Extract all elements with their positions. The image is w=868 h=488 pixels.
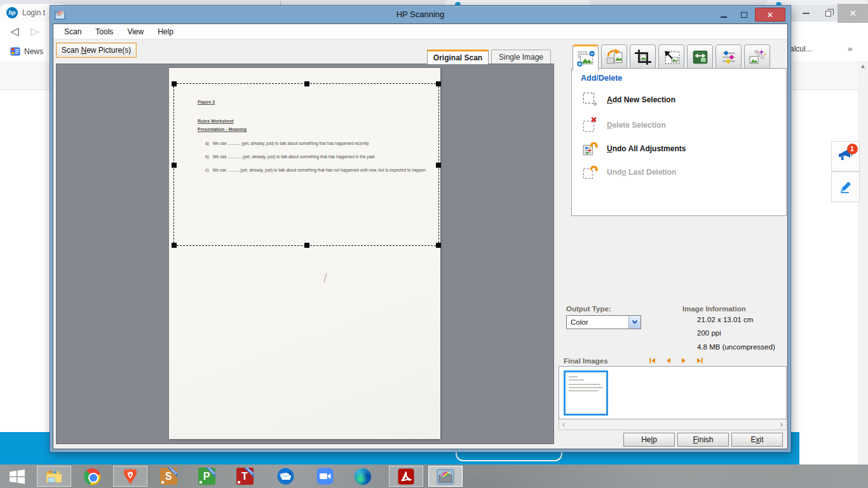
- crop-icon: [634, 49, 652, 65]
- selection-handle-sw[interactable]: [172, 243, 177, 248]
- option-label: Delete Selection: [607, 121, 666, 130]
- start-button[interactable]: [8, 467, 27, 485]
- chevron-down-icon: [632, 320, 638, 325]
- thumbnail-scrollbar[interactable]: ‹ ›: [559, 419, 787, 430]
- restore-icon: [825, 11, 831, 17]
- add-new-selection-button[interactable]: Add New Selection: [582, 92, 675, 107]
- maximize-icon: [741, 12, 747, 18]
- close-button[interactable]: ✕: [755, 8, 785, 22]
- thumb-content-line: [569, 376, 578, 377]
- menu-help[interactable]: Help: [151, 25, 180, 38]
- undo-last-deletion-button[interactable]: Undo Last Deletion: [582, 164, 676, 180]
- tile-dot: [161, 481, 164, 484]
- selection-handle-e[interactable]: [436, 163, 441, 168]
- selection-handle-w[interactable]: [172, 163, 177, 168]
- tab-title: Login t: [22, 8, 45, 17]
- first-image-icon[interactable]: [648, 356, 656, 365]
- compose-extension-button[interactable]: [831, 172, 860, 202]
- browser-scrollbar[interactable]: ▲: [858, 61, 868, 464]
- menu-scan[interactable]: Scan: [57, 25, 88, 38]
- button-label: Exit: [750, 435, 763, 444]
- selection-handle-nw[interactable]: [172, 81, 177, 86]
- tile-dot: [238, 481, 240, 484]
- titlebar[interactable]: HP Scanning ✕: [50, 6, 790, 24]
- final-images-label: Final Images: [564, 357, 608, 365]
- tool-tab-adjustments[interactable]: [715, 44, 742, 69]
- taskbar: S FREE P FREE T FREE: [0, 464, 868, 488]
- desktop: hp Login t ◁ ▷ ≡ News: [0, 0, 868, 488]
- wps-writer-taskbar-button[interactable]: T FREE: [235, 467, 254, 485]
- menu-view[interactable]: View: [120, 25, 151, 38]
- writer-tile-icon: T FREE: [236, 468, 254, 485]
- help-button[interactable]: Help: [623, 433, 675, 447]
- bookmark-truncated[interactable]: alcul...: [790, 44, 812, 53]
- option-label: Add New Selection: [607, 95, 675, 104]
- browser-close-button[interactable]: ✕: [837, 4, 868, 23]
- finish-button[interactable]: Finish: [677, 433, 729, 447]
- thunderbird-icon: [277, 468, 294, 485]
- thunderbird-taskbar-button[interactable]: [276, 467, 295, 485]
- tool-tab-auto-enhance[interactable]: [744, 44, 770, 69]
- tab-single-image[interactable]: Single Image: [491, 50, 551, 64]
- scan-preview-area: Figure 3 Rules Worksheet Presentation - …: [56, 64, 554, 444]
- selection-handle-ne[interactable]: [436, 81, 441, 86]
- file-explorer-taskbar-button[interactable]: [44, 467, 64, 485]
- spreadsheet-tile-icon: S FREE: [160, 468, 177, 485]
- dropdown-button[interactable]: [628, 316, 641, 329]
- selection-handle-s[interactable]: [304, 243, 309, 248]
- hp-scanning-taskbar-button[interactable]: [436, 467, 455, 485]
- edge-taskbar-button[interactable]: [353, 467, 372, 485]
- selection-marquee[interactable]: [173, 83, 439, 246]
- browser-restore-button[interactable]: [818, 4, 837, 23]
- tool-tab-rotate[interactable]: [601, 44, 627, 69]
- final-image-thumbnail[interactable]: [564, 370, 608, 416]
- wps-presentation-taskbar-button[interactable]: P FREE: [197, 467, 216, 485]
- last-image-icon[interactable]: [696, 356, 704, 365]
- undo-adjustments-icon: [582, 140, 598, 156]
- tool-tab-resize-selection[interactable]: [658, 44, 684, 69]
- scroll-right-icon[interactable]: ›: [780, 420, 783, 429]
- scan-new-pictures-button[interactable]: Scan New Picture(s): [56, 43, 137, 58]
- output-type-select[interactable]: Color: [566, 315, 641, 329]
- selection-handle-n[interactable]: [304, 81, 309, 86]
- scroll-left-icon[interactable]: ‹: [562, 420, 565, 429]
- tool-tab-mirror[interactable]: [687, 44, 713, 69]
- menu-tools[interactable]: Tools: [88, 25, 120, 38]
- megaphone-icon: 1: [838, 148, 853, 165]
- brave-taskbar-button[interactable]: [121, 467, 140, 485]
- notification-badge: 1: [847, 144, 858, 154]
- window-client-area: Scan Tools View Help Scan New Picture(s)…: [53, 24, 788, 449]
- bookmarks-overflow-icon[interactable]: »: [848, 44, 852, 53]
- acrobat-taskbar-button[interactable]: [397, 467, 416, 485]
- tool-tab-crop[interactable]: [630, 44, 656, 69]
- background-tab[interactable]: [445, 0, 591, 5]
- next-image-icon[interactable]: [680, 356, 688, 365]
- forward-icon[interactable]: ▷: [28, 25, 42, 39]
- selection-handle-se[interactable]: [436, 243, 441, 248]
- delete-selection-button[interactable]: Delete Selection: [582, 117, 666, 133]
- chrome-taskbar-button[interactable]: [83, 467, 102, 485]
- scroll-up-icon[interactable]: ▲: [858, 61, 868, 71]
- image-resolution: 200 ppi: [697, 329, 721, 337]
- button-label: Scan New Picture(s): [62, 46, 131, 55]
- zoom-taskbar-button[interactable]: [315, 467, 334, 485]
- notifications-extension-button[interactable]: 1: [831, 141, 860, 172]
- panel-heading: Add/Delete: [581, 74, 622, 83]
- output-type-label: Output Type:: [566, 305, 611, 313]
- tool-tab-add-delete[interactable]: [573, 44, 599, 71]
- wps-spreadsheet-taskbar-button[interactable]: S FREE: [159, 467, 178, 485]
- maximize-button[interactable]: [735, 8, 754, 22]
- browser-minimize-button[interactable]: [796, 4, 815, 23]
- bookmark-news[interactable]: News: [10, 44, 43, 58]
- undo-all-adjustments-button[interactable]: Undo All Adjustments: [582, 140, 686, 156]
- previous-image-icon[interactable]: [664, 356, 672, 365]
- image-size: 4.8 MB (uncompressed): [697, 343, 775, 351]
- windows-logo-icon: [9, 468, 25, 485]
- adjustments-icon: [720, 49, 738, 65]
- tab-original-scan[interactable]: Original Scan: [427, 50, 489, 64]
- delete-selection-icon: [582, 117, 598, 133]
- exit-button[interactable]: Exit: [731, 433, 783, 447]
- back-icon[interactable]: ◁: [8, 25, 22, 39]
- option-label: Undo Last Deletion: [607, 168, 676, 177]
- minimize-button[interactable]: [714, 8, 733, 22]
